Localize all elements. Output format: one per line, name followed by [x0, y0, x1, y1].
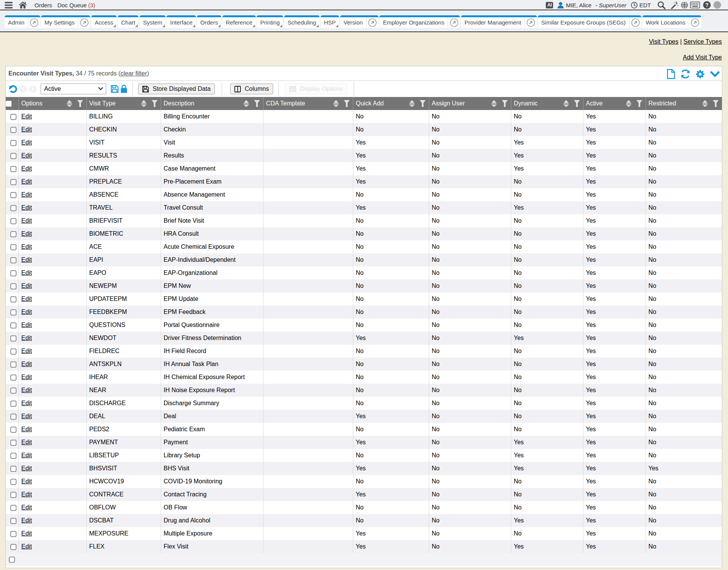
svg-text:?: ?	[705, 2, 709, 8]
